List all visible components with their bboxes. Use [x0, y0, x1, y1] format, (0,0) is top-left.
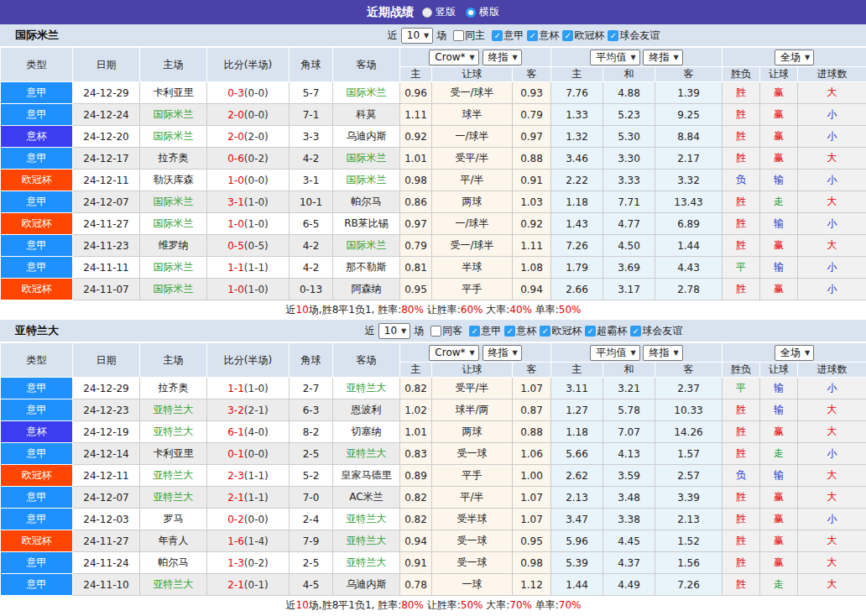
away-team[interactable]: 皇家马德里: [333, 465, 400, 487]
league-filter-checkbox[interactable]: ✓意甲: [492, 29, 524, 43]
final-odds-select-2[interactable]: 终指▼: [643, 345, 682, 361]
score-cell[interactable]: 1-1(1-0): [207, 378, 290, 399]
recent-count-select[interactable]: 10 ▼: [378, 323, 410, 339]
away-team[interactable]: 乌迪内斯: [333, 126, 400, 148]
away-team[interactable]: 国际米兰: [333, 82, 400, 104]
score-cell[interactable]: 1-6(1-4): [207, 530, 290, 552]
radio-horizontal-layout[interactable]: 横版: [466, 5, 499, 19]
score-cell[interactable]: 2-1(0-1): [207, 574, 290, 596]
score-cell[interactable]: 1-3(0-2): [207, 552, 290, 574]
home-team[interactable]: 维罗纳: [140, 235, 207, 257]
final-odds-select[interactable]: 终指▼: [483, 345, 522, 361]
away-team[interactable]: 亚特兰大: [333, 530, 400, 552]
score-cell[interactable]: 2-1(1-1): [207, 487, 290, 509]
home-team[interactable]: 卡利亚里: [140, 82, 207, 104]
league-filter-checkbox[interactable]: ✓球会友谊: [608, 29, 660, 43]
score-cell[interactable]: 0-6(0-2): [207, 148, 290, 170]
handicap-result-indicator: 走: [760, 191, 798, 213]
final-odds-select-2[interactable]: 终指▼: [643, 50, 682, 65]
avg-odds-away: 6.89: [655, 213, 723, 235]
column-header-home: 主场: [140, 48, 207, 82]
score-cell[interactable]: 1-1(1-1): [207, 257, 290, 279]
corners-cell: 7-0: [290, 487, 333, 509]
match-date: 24-12-19: [73, 421, 140, 443]
league-filter-checkbox[interactable]: ✓意甲: [469, 324, 501, 338]
score-cell[interactable]: 1-0(1-0): [207, 279, 290, 300]
away-team[interactable]: AC米兰: [333, 487, 400, 509]
league-filter-checkbox[interactable]: ✓欧冠杯: [562, 29, 604, 43]
avg-odds-draw: 7.07: [603, 421, 655, 443]
handicap-line: 平/半: [432, 487, 513, 509]
away-team[interactable]: 切塞纳: [333, 421, 400, 443]
home-team[interactable]: 亚特兰大: [140, 574, 207, 596]
score-cell[interactable]: 3-1(1-0): [207, 191, 290, 213]
away-team[interactable]: 科莫: [333, 104, 400, 126]
home-team[interactable]: 年青人: [140, 530, 207, 552]
home-team[interactable]: 亚特兰大: [140, 421, 207, 443]
avg-odds-home: 5.66: [551, 443, 603, 465]
home-team[interactable]: 亚特兰大: [140, 399, 207, 421]
home-team[interactable]: 拉齐奥: [140, 148, 207, 170]
home-team[interactable]: 帕尔马: [140, 552, 207, 574]
home-team[interactable]: 卡利亚里: [140, 443, 207, 465]
league-filter-checkbox[interactable]: ✓意杯: [504, 324, 536, 338]
home-team[interactable]: 国际米兰: [140, 191, 207, 213]
handicap-line: 一/球半: [432, 126, 513, 148]
away-team[interactable]: 国际米兰: [333, 148, 400, 170]
league-filter-checkbox[interactable]: ✓意杯: [527, 29, 559, 43]
half-time-score: (1-0): [244, 218, 269, 230]
score-cell[interactable]: 6-1(4-0): [207, 421, 290, 443]
scope-select[interactable]: 全场▼: [775, 345, 814, 361]
away-team[interactable]: 帕尔马: [333, 191, 400, 213]
home-team[interactable]: 国际米兰: [140, 279, 207, 300]
away-team[interactable]: 亚特兰大: [333, 378, 400, 399]
away-team[interactable]: 国际米兰: [333, 235, 400, 257]
home-team[interactable]: 罗马: [140, 509, 207, 530]
home-team[interactable]: 国际米兰: [140, 257, 207, 279]
score-cell[interactable]: 0-2(0-0): [207, 509, 290, 530]
score-cell[interactable]: 2-3(1-1): [207, 465, 290, 487]
away-team[interactable]: 恩波利: [333, 399, 400, 421]
home-team[interactable]: 国际米兰: [140, 213, 207, 235]
home-team[interactable]: 亚特兰大: [140, 465, 207, 487]
score-cell[interactable]: 1-0(1-0): [207, 213, 290, 235]
league-filter-checkbox[interactable]: ✓球会友谊: [630, 324, 682, 338]
away-team[interactable]: 亚特兰大: [333, 552, 400, 574]
average-select[interactable]: 平均值▼: [590, 345, 639, 361]
same-venue-checkbox[interactable]: 同主: [453, 29, 485, 43]
away-team[interactable]: 乌迪内斯: [333, 574, 400, 596]
score-cell[interactable]: 3-2(2-1): [207, 399, 290, 421]
final-odds-select[interactable]: 终指▼: [483, 50, 522, 65]
away-team[interactable]: 那不勒斯: [333, 257, 400, 279]
score-cell[interactable]: 1-0(0-0): [207, 170, 290, 191]
filter-controls: 近 10 ▼ 场 同客 ✓意甲✓意杯✓欧冠杯✓超霸杯✓球会友谊: [365, 323, 682, 339]
score-cell[interactable]: 0-5(0-5): [207, 235, 290, 257]
league-filter-checkbox[interactable]: ✓超霸杯: [585, 324, 627, 338]
away-team[interactable]: 亚特兰大: [333, 443, 400, 465]
scope-select[interactable]: 全场▼: [775, 50, 814, 65]
bookmaker-select[interactable]: Crow*▼: [429, 50, 478, 65]
handicap-odds-home: 0.86: [400, 191, 432, 213]
home-team[interactable]: 国际米兰: [140, 126, 207, 148]
score-cell[interactable]: 2-0(2-0): [207, 126, 290, 148]
home-team[interactable]: 亚特兰大: [140, 487, 207, 509]
over-under-indicator: 大: [798, 421, 866, 443]
handicap-odds-away: 0.93: [513, 82, 551, 104]
score-cell[interactable]: 0-3(0-0): [207, 82, 290, 104]
same-venue-checkbox[interactable]: 同客: [430, 324, 462, 338]
score-cell[interactable]: 2-0(0-0): [207, 104, 290, 126]
bookmaker-select[interactable]: Crow*▼: [429, 345, 478, 361]
column-header-odds-home: 主: [400, 67, 432, 82]
recent-count-select[interactable]: 10 ▼: [401, 28, 433, 44]
home-team[interactable]: 拉齐奥: [140, 378, 207, 399]
average-select[interactable]: 平均值▼: [590, 50, 639, 65]
away-team[interactable]: RB莱比锡: [333, 213, 400, 235]
radio-vertical-layout[interactable]: 竖版: [422, 5, 456, 19]
away-team[interactable]: 阿森纳: [333, 279, 400, 300]
away-team[interactable]: 国际米兰: [333, 170, 400, 191]
league-filter-checkbox[interactable]: ✓欧冠杯: [540, 324, 582, 338]
away-team[interactable]: 亚特兰大: [333, 509, 400, 530]
score-cell[interactable]: 0-1(0-0): [207, 443, 290, 465]
home-team[interactable]: 勒沃库森: [140, 170, 207, 191]
home-team[interactable]: 国际米兰: [140, 104, 207, 126]
